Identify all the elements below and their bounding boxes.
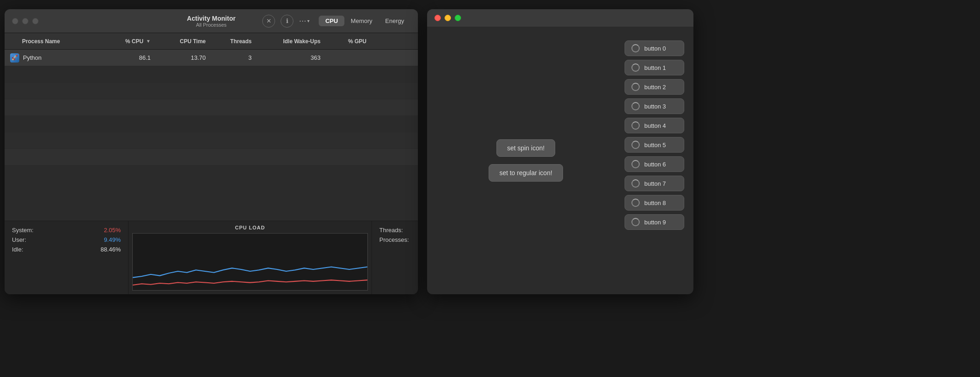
spin-icon-8 (631, 199, 640, 207)
system-stat: System: 2.05% (12, 227, 121, 234)
center-action-buttons: set spin icon! set to regular icon! (436, 36, 615, 285)
numbered-button-9[interactable]: button 9 (625, 214, 684, 230)
empty-row (5, 99, 418, 116)
button-label-4: button 4 (644, 122, 666, 129)
numbered-button-4[interactable]: button 4 (625, 118, 684, 133)
numbered-button-1[interactable]: button 1 (625, 60, 684, 75)
table-row[interactable]: 🚀 Python 86.1 13.70 3 363 (5, 50, 418, 66)
close-icon[interactable]: ✕ (262, 15, 275, 28)
right-titlebar (427, 9, 693, 27)
numbered-button-7[interactable]: button 7 (625, 176, 684, 191)
processes-label: Processes: (379, 236, 411, 243)
maximize-button[interactable] (32, 18, 39, 24)
threads-cell: 3 (215, 54, 261, 61)
tabs: CPU Memory Energy (319, 16, 411, 26)
empty-row (5, 149, 418, 166)
button-label-2: button 2 (644, 84, 666, 91)
toolbar-icons: ✕ ℹ ⋯ ▾ CPU Memory Energy (262, 15, 411, 28)
user-value: 9.49% (104, 236, 121, 243)
more-icon[interactable]: ⋯ ▾ (299, 17, 310, 25)
col-idle-wakeups[interactable]: Idle Wake-Ups (261, 38, 330, 45)
bottom-stats: System: 2.05% User: 9.49% Idle: 88.46% C… (5, 221, 418, 294)
numbered-button-3[interactable]: button 3 (625, 98, 684, 114)
spin-icon-6 (631, 160, 640, 168)
right-stats-panel: Threads: Processes: (372, 221, 418, 294)
numbered-button-5[interactable]: button 5 (625, 137, 684, 153)
numbered-button-0[interactable]: button 0 (625, 40, 684, 56)
right-content: set spin icon! set to regular icon! butt… (427, 27, 693, 294)
numbered-buttons-list: button 0 button 1 button 2 button 3 butt… (625, 36, 684, 285)
cpu-time-cell: 13.70 (160, 54, 215, 61)
col-cpu-time[interactable]: CPU Time (160, 38, 215, 45)
spin-icon-7 (631, 179, 640, 188)
table-header: Process Name % CPU ▼ CPU Time Threads Id… (5, 33, 418, 50)
button-label-9: button 9 (644, 219, 666, 226)
process-icon: 🚀 (10, 53, 19, 63)
cpu-load-panel: CPU LOAD (129, 221, 372, 294)
tab-cpu[interactable]: CPU (319, 16, 344, 26)
button-label-8: button 8 (644, 200, 666, 206)
col-process-name[interactable]: Process Name (8, 38, 100, 45)
tab-energy[interactable]: Energy (379, 16, 411, 26)
button-label-6: button 6 (644, 161, 666, 168)
button-label-1: button 1 (644, 64, 666, 71)
process-cell: 🚀 Python (8, 53, 100, 63)
empty-row (5, 116, 418, 132)
cpu-graph (132, 233, 368, 291)
process-name: Python (23, 54, 41, 61)
col-cpu-pct[interactable]: % CPU ▼ (100, 38, 160, 45)
empty-row (5, 132, 418, 149)
spin-icon-9 (631, 218, 640, 226)
button-label-7: button 7 (644, 180, 666, 187)
buttons-panel-window: set spin icon! set to regular icon! butt… (427, 9, 693, 294)
spin-icon-0 (631, 44, 640, 52)
activity-monitor-window: Activity Monitor All Processes ✕ ℹ ⋯ ▾ C… (5, 9, 418, 294)
info-icon[interactable]: ℹ (281, 15, 293, 28)
close-button[interactable] (12, 18, 18, 24)
cpu-pct-cell: 86.1 (100, 54, 160, 61)
user-label: User: (12, 236, 26, 243)
right-maximize-button[interactable] (455, 15, 461, 21)
idle-label: Idle: (12, 246, 23, 253)
spin-icon-1 (631, 63, 640, 72)
right-traffic-lights (434, 15, 461, 21)
sort-arrow-icon: ▼ (146, 39, 151, 44)
col-gpu-pct[interactable]: % GPU (330, 38, 366, 45)
numbered-button-2[interactable]: button 2 (625, 79, 684, 95)
table-body: 🚀 Python 86.1 13.70 3 363 (5, 50, 418, 221)
idle-value: 88.46% (101, 246, 121, 253)
spin-icon-5 (631, 141, 640, 149)
user-stat: User: 9.49% (12, 236, 121, 243)
numbered-button-6[interactable]: button 6 (625, 156, 684, 172)
window-title: Activity Monitor (187, 15, 236, 22)
idle-wakeups-cell: 363 (261, 54, 330, 61)
window-subtitle: All Processes (187, 22, 236, 28)
threads-label: Threads: (379, 227, 411, 234)
system-value: 2.05% (104, 227, 121, 234)
set-spin-icon-button[interactable]: set spin icon! (496, 139, 555, 157)
title-area: Activity Monitor All Processes (187, 15, 236, 28)
numbered-button-8[interactable]: button 8 (625, 195, 684, 211)
minimize-button[interactable] (22, 18, 28, 24)
empty-row (5, 83, 418, 99)
activity-monitor-titlebar: Activity Monitor All Processes ✕ ℹ ⋯ ▾ C… (5, 9, 418, 33)
button-label-0: button 0 (644, 45, 666, 52)
idle-stat: Idle: 88.46% (12, 246, 121, 253)
col-threads[interactable]: Threads (215, 38, 261, 45)
right-close-button[interactable] (434, 15, 441, 21)
spin-icon-3 (631, 102, 640, 110)
traffic-lights (12, 18, 39, 24)
cpu-stats-panel: System: 2.05% User: 9.49% Idle: 88.46% (5, 221, 129, 294)
system-label: System: (12, 227, 34, 234)
button-label-3: button 3 (644, 103, 666, 110)
button-label-5: button 5 (644, 142, 666, 149)
spin-icon-2 (631, 83, 640, 91)
cpu-load-title: CPU LOAD (235, 225, 265, 230)
right-minimize-button[interactable] (445, 15, 451, 21)
tab-memory[interactable]: Memory (344, 16, 379, 26)
empty-row (5, 66, 418, 83)
spin-icon-4 (631, 121, 640, 130)
set-regular-icon-button[interactable]: set to regular icon! (489, 164, 563, 182)
